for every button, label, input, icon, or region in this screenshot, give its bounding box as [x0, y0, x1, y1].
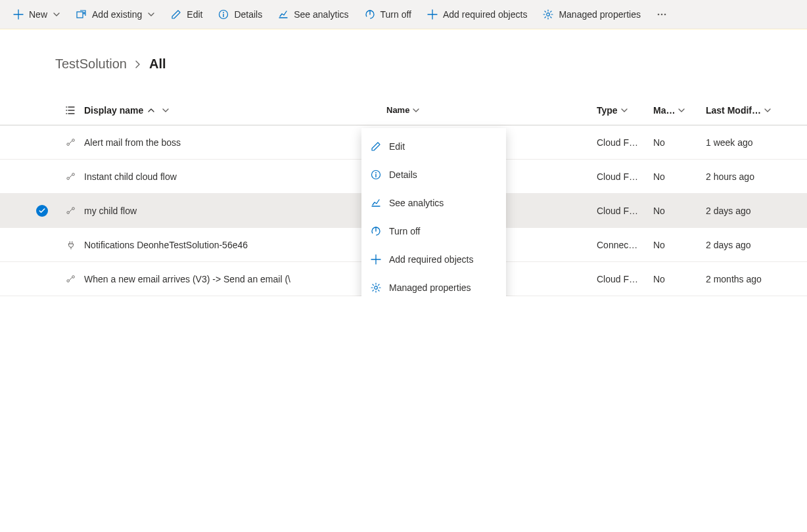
gear-icon — [543, 9, 553, 20]
chevron-down-icon — [764, 106, 772, 114]
new-label: New — [29, 9, 47, 20]
ctx-add-required[interactable]: Add required objects — [361, 245, 506, 273]
analytics-label: See analytics — [294, 9, 348, 20]
edit-button[interactable]: Edit — [163, 0, 210, 29]
grid-header-row: Display name Name Type Ma… Last Modif… — [0, 95, 807, 125]
add-existing-icon — [76, 9, 87, 20]
row-managed: No — [653, 240, 665, 250]
flow-icon — [66, 275, 76, 284]
col-modified-label: Last Modif… — [706, 105, 761, 116]
col-type[interactable]: Type — [597, 105, 653, 116]
col-managed[interactable]: Ma… — [653, 105, 706, 116]
power-icon — [365, 9, 375, 20]
ctx-edit-label: Edit — [389, 141, 405, 152]
overflow-button[interactable] — [649, 0, 675, 29]
row-display-name: Notifications DeonheTestSolution-56e46 — [84, 240, 248, 250]
plus-icon — [13, 9, 24, 20]
see-analytics-button[interactable]: See analytics — [270, 0, 356, 29]
row-type: Cloud F… — [597, 274, 638, 284]
ctx-managed-props-label: Managed properties — [389, 282, 471, 293]
breadcrumb-current: All — [149, 56, 166, 72]
solution-items-grid: Display name Name Type Ma… Last Modif… A… — [0, 95, 807, 296]
new-button[interactable]: New — [5, 0, 68, 29]
flow-icon — [66, 206, 76, 215]
command-bar: New Add existing Edit Details See analyt… — [0, 0, 807, 29]
row-display-name: my child flow — [84, 206, 137, 216]
chevron-right-icon — [133, 60, 143, 69]
row-modified: 1 week ago — [706, 137, 753, 148]
flow-icon — [66, 138, 76, 147]
row-modified: 2 hours ago — [706, 171, 754, 182]
chevron-down-icon — [162, 106, 170, 114]
col-name[interactable]: Name — [386, 105, 597, 115]
ctx-managed-props[interactable]: Managed properties — [361, 273, 506, 296]
row-managed: No — [653, 206, 665, 216]
col-display-name[interactable]: Display name — [84, 105, 357, 116]
ctx-analytics-label: See analytics — [389, 198, 444, 208]
connection-icon — [66, 240, 76, 250]
add-existing-label: Add existing — [92, 9, 142, 20]
info-icon — [218, 9, 229, 20]
row-display-name: Instant child cloud flow — [84, 171, 177, 182]
more-horizontal-icon — [657, 9, 667, 20]
ctx-details[interactable]: Details — [361, 160, 506, 188]
list-icon[interactable] — [66, 105, 76, 116]
ctx-turn-off-label: Turn off — [389, 226, 420, 236]
row-type: Cloud F… — [597, 137, 638, 148]
row-managed: No — [653, 274, 665, 284]
col-name-label: Name — [386, 105, 409, 115]
details-button[interactable]: Details — [210, 0, 270, 29]
row-type: Cloud F… — [597, 206, 638, 216]
row-context-menu: Edit Details See analytics Turn off Add … — [361, 128, 506, 296]
flow-icon — [66, 172, 76, 181]
breadcrumb-solution[interactable]: TestSolution — [55, 56, 127, 72]
col-type-label: Type — [597, 105, 618, 116]
add-required-objects-button[interactable]: Add required objects — [419, 0, 535, 29]
ctx-details-label: Details — [389, 169, 417, 180]
sort-asc-arrow-icon — [147, 106, 155, 114]
turn-off-label: Turn off — [380, 9, 411, 20]
col-display-name-label: Display name — [84, 105, 143, 116]
chart-icon — [371, 198, 381, 208]
col-managed-label: Ma… — [653, 105, 675, 116]
plus-icon — [427, 9, 438, 20]
row-modified: 2 days ago — [706, 240, 751, 250]
chevron-down-icon — [53, 11, 60, 18]
ctx-add-req-label: Add required objects — [389, 254, 473, 265]
row-managed: No — [653, 137, 665, 148]
edit-icon — [371, 141, 381, 152]
chevron-down-icon — [620, 106, 628, 114]
row-type: Connec… — [597, 240, 637, 250]
row-managed: No — [653, 171, 665, 182]
gear-icon — [371, 282, 381, 293]
breadcrumb: TestSolution All — [0, 56, 807, 72]
col-modified[interactable]: Last Modif… — [706, 105, 807, 116]
row-modified: 2 months ago — [706, 274, 762, 284]
plus-icon — [371, 254, 381, 265]
details-label: Details — [234, 9, 262, 20]
power-icon — [371, 226, 381, 236]
ctx-analytics[interactable]: See analytics — [361, 188, 506, 217]
add-existing-button[interactable]: Add existing — [68, 0, 163, 29]
managed-properties-button[interactable]: Managed properties — [535, 0, 649, 29]
edit-label: Edit — [187, 9, 202, 20]
chart-icon — [278, 9, 288, 20]
edit-icon — [171, 9, 181, 20]
ctx-edit[interactable]: Edit — [361, 132, 506, 160]
chevron-down-icon — [412, 106, 420, 114]
row-selected-check-icon[interactable] — [36, 205, 48, 217]
row-modified: 2 days ago — [706, 206, 751, 216]
turn-off-button[interactable]: Turn off — [357, 0, 419, 29]
ctx-turn-off[interactable]: Turn off — [361, 217, 506, 245]
managed-props-label: Managed properties — [559, 9, 641, 20]
add-req-label: Add required objects — [443, 9, 527, 20]
row-display-name: Alert mail from the boss — [84, 137, 181, 148]
row-display-name: When a new email arrives (V3) -> Send an… — [84, 274, 290, 284]
chevron-down-icon — [147, 11, 155, 18]
row-type: Cloud F… — [597, 171, 638, 182]
chevron-down-icon — [678, 106, 685, 114]
info-icon — [371, 169, 381, 180]
